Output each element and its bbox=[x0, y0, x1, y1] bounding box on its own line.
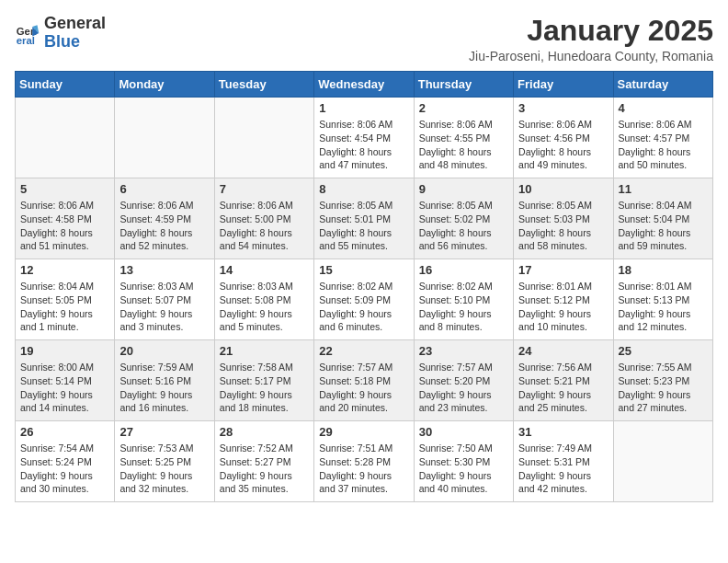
calendar-cell: 12Sunrise: 8:04 AM Sunset: 5:05 PM Dayli… bbox=[16, 259, 115, 340]
header-day-friday: Friday bbox=[514, 72, 613, 98]
calendar-week-4: 19Sunrise: 8:00 AM Sunset: 5:14 PM Dayli… bbox=[16, 340, 713, 421]
calendar-cell: 5Sunrise: 8:06 AM Sunset: 4:58 PM Daylig… bbox=[16, 178, 115, 259]
logo-blue: Blue bbox=[44, 32, 80, 51]
day-info: Sunrise: 7:56 AM Sunset: 5:21 PM Dayligh… bbox=[518, 361, 608, 415]
calendar-cell bbox=[214, 98, 313, 178]
calendar-cell: 13Sunrise: 8:03 AM Sunset: 5:07 PM Dayli… bbox=[115, 259, 214, 340]
day-number: 2 bbox=[419, 101, 508, 115]
calendar-cell: 10Sunrise: 8:05 AM Sunset: 5:03 PM Dayli… bbox=[514, 178, 613, 259]
calendar-header-row: SundayMondayTuesdayWednesdayThursdayFrid… bbox=[16, 72, 713, 98]
calendar-cell bbox=[115, 98, 214, 178]
day-number: 20 bbox=[119, 344, 209, 358]
day-number: 23 bbox=[419, 344, 508, 358]
page-header: Gen eral General Blue January 2025 Jiu-P… bbox=[15, 15, 713, 63]
day-info: Sunrise: 7:52 AM Sunset: 5:27 PM Dayligh… bbox=[220, 442, 309, 496]
day-info: Sunrise: 8:05 AM Sunset: 5:01 PM Dayligh… bbox=[319, 199, 408, 253]
day-number: 28 bbox=[220, 425, 309, 439]
day-info: Sunrise: 8:06 AM Sunset: 4:57 PM Dayligh… bbox=[619, 118, 708, 172]
calendar-cell: 15Sunrise: 8:02 AM Sunset: 5:09 PM Dayli… bbox=[314, 259, 414, 340]
day-info: Sunrise: 7:59 AM Sunset: 5:16 PM Dayligh… bbox=[119, 361, 209, 415]
header-day-wednesday: Wednesday bbox=[314, 72, 414, 98]
day-number: 13 bbox=[119, 263, 209, 277]
day-info: Sunrise: 8:03 AM Sunset: 5:07 PM Dayligh… bbox=[119, 280, 209, 334]
day-number: 15 bbox=[319, 263, 408, 277]
header-day-sunday: Sunday bbox=[16, 72, 115, 98]
day-info: Sunrise: 7:57 AM Sunset: 5:20 PM Dayligh… bbox=[419, 361, 508, 415]
day-number: 7 bbox=[220, 182, 309, 196]
day-number: 1 bbox=[319, 101, 408, 115]
header-day-saturday: Saturday bbox=[613, 72, 712, 98]
day-info: Sunrise: 8:06 AM Sunset: 4:56 PM Dayligh… bbox=[518, 118, 608, 172]
header-day-thursday: Thursday bbox=[414, 72, 513, 98]
day-info: Sunrise: 7:50 AM Sunset: 5:30 PM Dayligh… bbox=[419, 442, 508, 496]
calendar-week-1: 1Sunrise: 8:06 AM Sunset: 4:54 PM Daylig… bbox=[16, 98, 713, 178]
day-number: 11 bbox=[619, 182, 708, 196]
day-number: 27 bbox=[119, 425, 209, 439]
day-number: 16 bbox=[419, 263, 508, 277]
day-number: 12 bbox=[20, 263, 109, 277]
calendar-cell: 25Sunrise: 7:55 AM Sunset: 5:23 PM Dayli… bbox=[613, 340, 712, 421]
day-info: Sunrise: 8:04 AM Sunset: 5:04 PM Dayligh… bbox=[619, 199, 708, 253]
calendar-cell: 6Sunrise: 8:06 AM Sunset: 4:59 PM Daylig… bbox=[115, 178, 214, 259]
day-info: Sunrise: 7:57 AM Sunset: 5:18 PM Dayligh… bbox=[319, 361, 408, 415]
day-info: Sunrise: 7:55 AM Sunset: 5:23 PM Dayligh… bbox=[619, 361, 708, 415]
calendar-cell: 22Sunrise: 7:57 AM Sunset: 5:18 PM Dayli… bbox=[314, 340, 414, 421]
title-block: January 2025 Jiu-Paroseni, Hunedoara Cou… bbox=[469, 15, 713, 63]
header-day-monday: Monday bbox=[115, 72, 214, 98]
day-info: Sunrise: 8:06 AM Sunset: 4:59 PM Dayligh… bbox=[119, 199, 209, 253]
header-day-tuesday: Tuesday bbox=[214, 72, 313, 98]
calendar-cell: 30Sunrise: 7:50 AM Sunset: 5:30 PM Dayli… bbox=[414, 421, 513, 502]
day-info: Sunrise: 8:06 AM Sunset: 4:54 PM Dayligh… bbox=[319, 118, 408, 172]
day-info: Sunrise: 8:02 AM Sunset: 5:09 PM Dayligh… bbox=[319, 280, 408, 334]
calendar-cell: 8Sunrise: 8:05 AM Sunset: 5:01 PM Daylig… bbox=[314, 178, 414, 259]
location-subtitle: Jiu-Paroseni, Hunedoara County, Romania bbox=[469, 49, 713, 63]
calendar-week-2: 5Sunrise: 8:06 AM Sunset: 4:58 PM Daylig… bbox=[16, 178, 713, 259]
day-number: 3 bbox=[518, 101, 608, 115]
calendar-cell: 9Sunrise: 8:05 AM Sunset: 5:02 PM Daylig… bbox=[414, 178, 513, 259]
day-number: 22 bbox=[319, 344, 408, 358]
day-number: 29 bbox=[319, 425, 408, 439]
day-info: Sunrise: 8:02 AM Sunset: 5:10 PM Dayligh… bbox=[419, 280, 508, 334]
calendar-cell: 31Sunrise: 7:49 AM Sunset: 5:31 PM Dayli… bbox=[514, 421, 613, 502]
day-number: 8 bbox=[319, 182, 408, 196]
calendar-cell: 20Sunrise: 7:59 AM Sunset: 5:16 PM Dayli… bbox=[115, 340, 214, 421]
calendar-cell: 14Sunrise: 8:03 AM Sunset: 5:08 PM Dayli… bbox=[214, 259, 313, 340]
day-info: Sunrise: 8:00 AM Sunset: 5:14 PM Dayligh… bbox=[20, 361, 109, 415]
logo-icon: Gen eral bbox=[15, 20, 40, 46]
day-info: Sunrise: 7:53 AM Sunset: 5:25 PM Dayligh… bbox=[119, 442, 209, 496]
calendar-cell: 21Sunrise: 7:58 AM Sunset: 5:17 PM Dayli… bbox=[214, 340, 313, 421]
calendar-cell: 23Sunrise: 7:57 AM Sunset: 5:20 PM Dayli… bbox=[414, 340, 513, 421]
day-info: Sunrise: 8:01 AM Sunset: 5:12 PM Dayligh… bbox=[518, 280, 608, 334]
day-info: Sunrise: 8:06 AM Sunset: 5:00 PM Dayligh… bbox=[220, 199, 309, 253]
day-info: Sunrise: 7:51 AM Sunset: 5:28 PM Dayligh… bbox=[319, 442, 408, 496]
calendar-cell: 17Sunrise: 8:01 AM Sunset: 5:12 PM Dayli… bbox=[514, 259, 613, 340]
calendar-cell: 29Sunrise: 7:51 AM Sunset: 5:28 PM Dayli… bbox=[314, 421, 414, 502]
day-number: 10 bbox=[518, 182, 608, 196]
day-number: 9 bbox=[419, 182, 508, 196]
day-number: 19 bbox=[20, 344, 109, 358]
calendar-cell: 26Sunrise: 7:54 AM Sunset: 5:24 PM Dayli… bbox=[16, 421, 115, 502]
calendar-cell: 4Sunrise: 8:06 AM Sunset: 4:57 PM Daylig… bbox=[613, 98, 712, 178]
day-number: 14 bbox=[220, 263, 309, 277]
calendar-cell: 2Sunrise: 8:06 AM Sunset: 4:55 PM Daylig… bbox=[414, 98, 513, 178]
calendar-cell: 3Sunrise: 8:06 AM Sunset: 4:56 PM Daylig… bbox=[514, 98, 613, 178]
day-number: 18 bbox=[619, 263, 708, 277]
day-number: 5 bbox=[20, 182, 109, 196]
day-number: 30 bbox=[419, 425, 508, 439]
calendar-cell: 19Sunrise: 8:00 AM Sunset: 5:14 PM Dayli… bbox=[16, 340, 115, 421]
day-info: Sunrise: 8:05 AM Sunset: 5:03 PM Dayligh… bbox=[518, 199, 608, 253]
month-title: January 2025 bbox=[469, 15, 713, 47]
calendar-cell: 27Sunrise: 7:53 AM Sunset: 5:25 PM Dayli… bbox=[115, 421, 214, 502]
calendar-cell bbox=[16, 98, 115, 178]
calendar-cell: 7Sunrise: 8:06 AM Sunset: 5:00 PM Daylig… bbox=[214, 178, 313, 259]
calendar-cell bbox=[613, 421, 712, 502]
calendar-cell: 18Sunrise: 8:01 AM Sunset: 5:13 PM Dayli… bbox=[613, 259, 712, 340]
day-number: 25 bbox=[619, 344, 708, 358]
day-number: 31 bbox=[518, 425, 608, 439]
calendar-cell: 28Sunrise: 7:52 AM Sunset: 5:27 PM Dayli… bbox=[214, 421, 313, 502]
svg-text:eral: eral bbox=[17, 35, 35, 46]
day-info: Sunrise: 7:58 AM Sunset: 5:17 PM Dayligh… bbox=[220, 361, 309, 415]
calendar-cell: 1Sunrise: 8:06 AM Sunset: 4:54 PM Daylig… bbox=[314, 98, 414, 178]
day-info: Sunrise: 7:49 AM Sunset: 5:31 PM Dayligh… bbox=[518, 442, 608, 496]
day-number: 17 bbox=[518, 263, 608, 277]
